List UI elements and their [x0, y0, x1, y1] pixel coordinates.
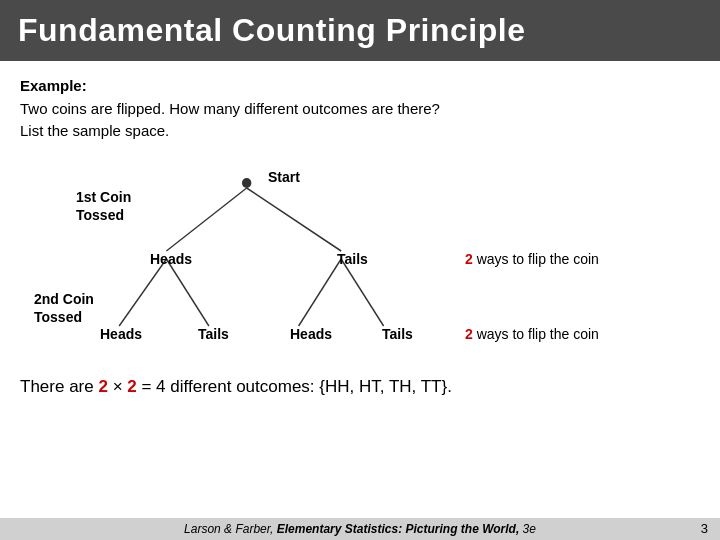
tree-diagram: Start 1st Coin Tossed Heads Tails 2 ways…: [20, 151, 700, 371]
footer: Larson & Farber, Elementary Statistics: …: [0, 518, 720, 540]
main-content: Example: Two coins are flipped. How many…: [0, 61, 720, 409]
outcome-statement: There are 2 × 2 = 4 different outcomes: …: [20, 371, 700, 401]
example-label: Example:: [20, 77, 87, 94]
example-line2: List the sample space.: [20, 122, 169, 139]
svg-line-1: [166, 188, 246, 251]
page-number: 3: [701, 521, 708, 536]
outcome-after: = 4 different outcomes: {HH, HT, TH, TT}…: [137, 377, 452, 396]
page-title: Fundamental Counting Principle: [0, 0, 720, 61]
footer-author: Larson & Farber,: [184, 522, 273, 536]
footer-book: Elementary Statistics: Picturing the Wor…: [277, 522, 520, 536]
svg-line-4: [166, 259, 209, 326]
svg-point-0: [242, 178, 251, 188]
outcome-num2: 2: [127, 377, 136, 396]
tree-svg: [20, 151, 700, 371]
footer-edition: 3e: [523, 522, 536, 536]
outcome-times: ×: [108, 377, 127, 396]
example-block: Example: Two coins are flipped. How many…: [20, 75, 700, 143]
example-line1: Two coins are flipped. How many differen…: [20, 100, 440, 117]
svg-line-6: [341, 259, 384, 326]
outcome-before: There are: [20, 377, 98, 396]
outcome-num1: 2: [98, 377, 107, 396]
svg-line-5: [299, 259, 342, 326]
svg-line-3: [119, 259, 166, 326]
svg-line-2: [247, 188, 341, 251]
